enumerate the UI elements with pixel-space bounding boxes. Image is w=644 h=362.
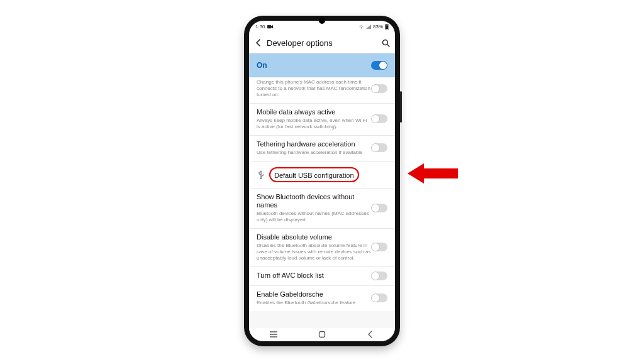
toggle-avc[interactable]	[371, 272, 387, 280]
nav-home[interactable]	[316, 331, 328, 338]
toggle-mobile-data[interactable]	[371, 114, 387, 123]
row-desc: Disables the Bluetooth absolute volume f…	[257, 243, 371, 261]
row-title: Show Bluetooth devices without names	[257, 193, 371, 211]
annotation-arrow	[408, 162, 458, 185]
row-title: Turn off AVC block list	[257, 272, 371, 280]
status-time: 1:30	[255, 24, 265, 30]
row-desc: Use tethering hardware acceleration if a…	[257, 150, 371, 156]
wifi-icon	[358, 25, 364, 29]
row-mac-randomization[interactable]: randomization Change this phone's MAC ad…	[249, 77, 395, 103]
nav-back[interactable]	[364, 331, 377, 338]
row-disable-absolute-volume[interactable]: Disable absolute volume Disables the Blu…	[249, 228, 395, 266]
developer-options-master-row[interactable]: On	[249, 53, 395, 77]
phone-frame: 1:30 83% D	[244, 16, 400, 346]
svg-rect-9	[319, 332, 325, 337]
svg-line-5	[387, 44, 389, 47]
system-nav-bar	[249, 327, 395, 341]
video-icon	[267, 25, 273, 29]
row-mobile-data-always-active[interactable]: Mobile data always active Always keep mo…	[249, 103, 395, 135]
toggle-absolute-volume[interactable]	[371, 243, 387, 251]
row-show-bt-without-names[interactable]: Show Bluetooth devices without names Blu…	[249, 188, 395, 229]
row-default-usb-configuration[interactable]: Default USB configuration	[249, 161, 395, 188]
battery-icon	[385, 24, 389, 30]
usb-icon	[257, 170, 265, 179]
search-button[interactable]	[381, 38, 390, 47]
toggle-gabeldorsche[interactable]	[371, 293, 387, 302]
signal-icon	[366, 25, 371, 29]
row-title: Enable Gabeldorsche	[257, 290, 371, 299]
app-header: Developer options	[249, 32, 395, 53]
row-turn-off-avc-block-list[interactable]: Turn off AVC block list	[249, 266, 395, 285]
row-title: Disable absolute volume	[257, 233, 371, 242]
row-title: Default USB configuration	[274, 172, 354, 179]
row-desc: Bluetooth devices without names (MAC add…	[257, 211, 371, 223]
master-toggle-label: On	[257, 61, 267, 70]
master-toggle[interactable]	[371, 61, 387, 70]
row-title: Mobile data always active	[257, 108, 371, 117]
svg-rect-3	[386, 25, 388, 29]
phone-screen: 1:30 83% D	[249, 21, 395, 341]
row-desc: Change this phone's MAC address each tim…	[257, 79, 371, 98]
status-left: 1:30	[255, 24, 273, 30]
page-title: Developer options	[267, 38, 377, 48]
settings-list[interactable]: randomization Change this phone's MAC ad…	[249, 77, 395, 327]
row-tethering-hardware-accel[interactable]: Tethering hardware acceleration Use teth…	[249, 135, 395, 161]
annotation-highlight: Default USB configuration	[269, 167, 359, 182]
svg-rect-0	[267, 25, 271, 28]
row-desc: Always keep mobile data active, even whe…	[257, 118, 371, 130]
status-right: 83%	[358, 24, 389, 30]
svg-marker-10	[408, 163, 458, 184]
status-battery: 83%	[373, 24, 383, 30]
row-enable-gabeldorsche[interactable]: Enable Gabeldorsche Enables the Bluetoot…	[249, 285, 395, 311]
row-title: Tethering hardware acceleration	[257, 140, 371, 149]
toggle-mac-randomization[interactable]	[371, 84, 387, 93]
camera-notch	[319, 18, 325, 24]
toggle-bt-no-name[interactable]	[371, 204, 387, 212]
nav-recents[interactable]	[267, 331, 280, 337]
back-button[interactable]	[254, 38, 263, 47]
toggle-tethering[interactable]	[371, 143, 387, 152]
row-desc: Enables the Bluetooth Gabeldorsche featu…	[257, 300, 371, 306]
